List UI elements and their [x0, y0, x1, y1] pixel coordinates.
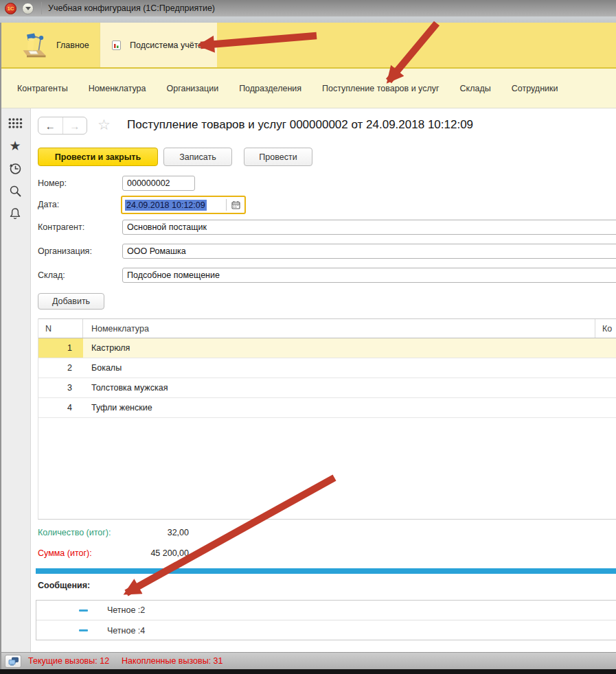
column-header-quantity[interactable]: Ко: [595, 319, 616, 338]
messages-panel: Четное :2 Четное :4: [36, 600, 616, 640]
sidebar-favorites-button[interactable]: ★: [5, 137, 25, 154]
menu-item-departments[interactable]: Подразделения: [239, 84, 301, 93]
1c-logo-icon: 1С: [5, 3, 16, 14]
nomenclature-cell[interactable]: Толстовка мужская: [83, 378, 616, 397]
tab-main[interactable]: Главное: [0, 23, 100, 67]
table-row[interactable]: 3 Толстовка мужская: [38, 378, 616, 398]
chevron-down-icon: [25, 7, 31, 10]
message-text: Четное :2: [107, 605, 145, 615]
items-table: N Номенклатура Ко 1 Кастрюля 2 Бокалы 3 …: [38, 318, 616, 520]
sum-total-label: Сумма (итог):: [38, 548, 92, 558]
counterparty-input[interactable]: [122, 220, 616, 235]
back-arrow-icon: ←: [45, 120, 56, 132]
status-bar: Текущие вызовы: 12 Накопленные вызовы: 3…: [0, 652, 616, 669]
warehouse-label: Склад:: [38, 270, 65, 280]
calendar-icon: [231, 200, 240, 209]
window-left-border: [0, 23, 1, 669]
history-nav-group: ← →: [38, 117, 87, 135]
nomenclature-cell[interactable]: Бокалы: [83, 358, 616, 377]
tab-subsystem-accounting[interactable]: Подсистема учёта: [100, 23, 217, 67]
nomenclature-cell[interactable]: Туфли женские: [83, 398, 616, 417]
warehouse-input[interactable]: [122, 268, 616, 283]
write-button[interactable]: Записать: [163, 148, 232, 166]
sidebar-history-button[interactable]: [5, 160, 25, 176]
date-selected-text: 24.09.2018 10:12:09: [125, 200, 207, 211]
row-number-cell[interactable]: 4: [38, 398, 83, 417]
menu-item-warehouses[interactable]: Склады: [460, 84, 491, 93]
window-menu-button[interactable]: [22, 3, 34, 14]
menu-item-goods-receipt[interactable]: Поступление товаров и услуг: [322, 84, 440, 93]
add-row-button[interactable]: Добавить: [38, 293, 104, 310]
nomenclature-cell[interactable]: Кастрюля: [83, 338, 616, 358]
post-and-close-button[interactable]: Провести и закрыть: [38, 148, 158, 166]
calendar-picker-button[interactable]: [227, 197, 244, 213]
dots-grid-icon: [8, 117, 23, 129]
forward-arrow-icon: →: [69, 120, 80, 132]
message-item[interactable]: Четное :4: [36, 620, 616, 640]
date-input[interactable]: 24.09.2018 10:12:09: [121, 196, 246, 214]
desk-lamp-icon: [19, 32, 49, 59]
title-bar: 1С Учебная конфигурация (1С:Предприятие): [0, 0, 616, 16]
menu-item-organizations[interactable]: Организации: [167, 84, 219, 93]
star-icon: ★: [9, 139, 21, 152]
sidebar-menu-button[interactable]: [5, 115, 25, 131]
organization-label: Организация:: [38, 246, 92, 256]
message-dash-icon: [79, 609, 88, 612]
column-header-n[interactable]: N: [38, 319, 83, 338]
sum-total-value: 45 200,00: [110, 548, 189, 558]
forward-button[interactable]: →: [62, 117, 87, 134]
tab-main-label: Главное: [56, 40, 89, 50]
monitors-icon: [8, 657, 19, 666]
sidebar-notifications-button[interactable]: [5, 205, 25, 222]
bottom-edge-strip: [0, 669, 616, 674]
counterparty-label: Контрагент:: [38, 222, 84, 232]
post-button[interactable]: Провести: [244, 148, 312, 166]
menu-item-counterparties[interactable]: Контрагенты: [17, 84, 68, 93]
menu-item-employees[interactable]: Сотрудники: [512, 84, 558, 93]
history-clock-icon: [8, 161, 23, 176]
table-header-row: N Номенклатура Ко: [38, 318, 616, 338]
message-text: Четное :4: [107, 626, 145, 636]
quantity-total-label: Количество (итог):: [38, 528, 111, 537]
row-number-cell[interactable]: 2: [38, 358, 83, 377]
date-label: Дата:: [38, 200, 59, 209]
message-item[interactable]: Четное :2: [36, 601, 616, 620]
column-header-nomenclature[interactable]: Номенклатура: [83, 319, 595, 338]
number-label: Номер:: [38, 178, 67, 188]
window-title: Учебная конфигурация (1С:Предприятие): [48, 3, 215, 13]
sidebar-search-button[interactable]: [5, 183, 25, 199]
bell-icon: [8, 207, 22, 220]
messages-panel-title: Сообщения:: [38, 581, 90, 590]
titlebar-lower-strip: [0, 16, 616, 23]
subsystems-panel: Главное Подсистема учёта: [0, 23, 616, 69]
favorite-toggle[interactable]: ☆: [98, 116, 111, 133]
row-number-cell[interactable]: 1: [38, 338, 83, 358]
message-dash-icon: [79, 629, 88, 631]
document-title: Поступление товаров и услуг 000000002 от…: [127, 118, 473, 132]
section-menu: Контрагенты Номенклатура Организации Под…: [0, 69, 616, 108]
subsystem-report-icon: [111, 40, 122, 51]
back-button[interactable]: ←: [38, 117, 62, 134]
performance-indicator-button[interactable]: [5, 655, 21, 668]
number-input[interactable]: [122, 176, 195, 191]
left-toolbar: ★: [0, 108, 31, 652]
current-calls-counter: Текущие вызовы: 12: [28, 656, 109, 666]
star-outline-icon: ☆: [98, 117, 111, 132]
table-row[interactable]: 4 Туфли женские: [38, 398, 616, 418]
tab-subsystem-label: Подсистема учёта: [130, 40, 203, 50]
menu-item-nomenclature[interactable]: Номенклатура: [89, 84, 146, 93]
table-row[interactable]: 1 Кастрюля: [38, 338, 616, 358]
organization-input[interactable]: [122, 244, 616, 259]
search-icon: [8, 184, 22, 198]
accumulated-calls-counter: Накопленные вызовы: 31: [122, 656, 223, 666]
titlebar-divider: [41, 2, 42, 14]
row-number-cell[interactable]: 3: [38, 378, 83, 397]
table-row[interactable]: 2 Бокалы: [38, 358, 616, 378]
splitter-bar[interactable]: [36, 568, 616, 574]
quantity-total-value: 32,00: [110, 528, 189, 537]
